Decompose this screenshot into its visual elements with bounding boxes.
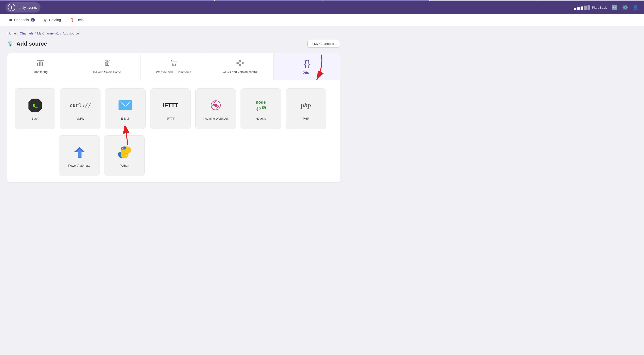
translate-icon[interactable]: 🔤 (612, 5, 618, 10)
channels-badge: 3 (30, 18, 35, 22)
breadcrumb-home[interactable]: Home (8, 32, 16, 35)
svg-rect-9 (106, 64, 108, 64)
email-label: E-Mail (121, 117, 130, 120)
progress-seg-2 (108, 0, 214, 1)
settings-icon[interactable]: ⚙️ (622, 5, 628, 10)
iot-icon (104, 60, 111, 68)
plan-bar-2 (577, 8, 580, 10)
python-label: Python (120, 164, 129, 167)
source-nodejs[interactable]: node .js JS Node.js (240, 88, 281, 129)
cicd-icon (236, 60, 244, 68)
sources-row2: Power Automate Python (14, 136, 333, 176)
progress-seg-5 (430, 0, 536, 1)
svg-rect-0 (37, 63, 38, 66)
source-php[interactable]: php PHP (286, 88, 326, 129)
category-cicd[interactable]: CI/CD and Version control (207, 53, 274, 80)
catalog-icon: ◎ (44, 18, 47, 22)
nav: ⇄ Channels 3 ◎ Catalog ❓ Help (0, 14, 644, 26)
source-curl[interactable]: curl:// cURL (60, 88, 100, 129)
header-right: Plan: Basic 🔤 ⚙️ 👤 (574, 5, 638, 10)
svg-point-14 (239, 64, 241, 66)
ecommerce-label: Website and E-Commerce (156, 70, 191, 74)
ifttt-label: IFTTT (166, 117, 174, 120)
svg-point-10 (172, 64, 174, 66)
add-source-icon: 📡 (8, 41, 14, 47)
plan-bars (574, 5, 590, 10)
progress-seg-3 (215, 0, 322, 1)
powerautomate-label: Power Automate (68, 164, 90, 167)
sources-grid: $_ Bash curl:// cURL (14, 86, 333, 131)
channels-label: Channels (14, 18, 29, 22)
progress-seg-1 (0, 0, 107, 1)
cicd-label: CI/CD and Version control (223, 70, 258, 74)
header: ! notify.events Plan: Basic 🔤 ⚙️ 👤 (0, 1, 644, 14)
monitoring-icon (37, 60, 44, 68)
page-title-wrapper: 📡 Add source (8, 40, 47, 47)
svg-point-12 (236, 62, 238, 64)
category-other[interactable]: { } Other (274, 53, 340, 80)
curl-icon: curl:// (72, 97, 89, 114)
source-email[interactable]: E-Mail (105, 88, 146, 129)
logo-text: notify.events (18, 6, 37, 10)
php-label: PHP (303, 117, 309, 120)
breadcrumb-sep-2: / (35, 32, 36, 35)
catalog-label: Catalog (49, 18, 61, 22)
other-icon: { } (304, 59, 309, 68)
svg-point-21 (122, 148, 124, 150)
email-icon (117, 97, 134, 114)
help-icon: ❓ (70, 18, 74, 22)
webhook-label: Incoming Webhook (203, 117, 228, 120)
help-label: Help (76, 18, 84, 22)
main-content: Home / Channels / My Channel #1 / Add so… (0, 26, 347, 195)
svg-rect-3 (42, 62, 43, 66)
breadcrumb-sep-1: / (17, 32, 18, 35)
breadcrumb-sep-3: / (60, 32, 61, 35)
plan-indicator: Plan: Basic (574, 5, 607, 10)
category-tabs: Monitoring IoT and Smart Home (8, 53, 340, 80)
nodejs-icon: node .js JS (252, 97, 269, 114)
user-icon[interactable]: 👤 (633, 5, 638, 10)
svg-rect-1 (39, 62, 40, 66)
source-webhook[interactable]: Incoming Webhook (196, 88, 236, 129)
source-bash[interactable]: $_ Bash (15, 88, 55, 129)
svg-rect-2 (40, 61, 42, 66)
other-label: Other (302, 71, 311, 74)
breadcrumb-channels[interactable]: Channels (20, 32, 33, 35)
nav-help[interactable]: ❓ Help (66, 16, 87, 24)
progress-seg-4 (322, 0, 429, 1)
category-monitoring[interactable]: Monitoring (8, 53, 74, 80)
source-powerautomate[interactable]: Power Automate (59, 136, 100, 176)
webhook-icon (208, 97, 224, 114)
channels-icon: ⇄ (9, 18, 12, 22)
ifttt-icon: IFTTT (162, 97, 179, 114)
svg-point-15 (242, 62, 244, 64)
breadcrumb-current: Add source (62, 32, 79, 35)
iot-label: IoT and Smart Home (93, 70, 121, 74)
svg-point-4 (37, 60, 38, 61)
svg-point-11 (175, 64, 176, 66)
php-icon: php (298, 97, 314, 114)
nav-channels[interactable]: ⇄ Channels 3 (6, 16, 39, 24)
plan-bar-3 (580, 6, 583, 10)
category-iot[interactable]: IoT and Smart Home (74, 53, 140, 80)
bash-icon: $_ (27, 97, 44, 114)
svg-point-7 (43, 60, 44, 61)
categories-container: Monitoring IoT and Smart Home (8, 53, 340, 182)
logo-icon: ! (8, 4, 15, 11)
curl-label: cURL (76, 117, 84, 120)
nodejs-label: Node.js (256, 117, 266, 120)
plan-bar-5 (588, 5, 590, 10)
svg-point-5 (39, 60, 40, 61)
category-ecommerce[interactable]: Website and E-Commerce (140, 53, 207, 80)
powerautomate-icon (71, 144, 88, 160)
ecommerce-icon (170, 60, 177, 68)
nav-catalog[interactable]: ◎ Catalog (40, 16, 65, 24)
source-ifttt[interactable]: IFTTT IFTTT (150, 88, 191, 129)
svg-point-6 (41, 60, 42, 61)
svg-point-22 (126, 155, 126, 156)
breadcrumb-channel[interactable]: My Channel #1 (37, 32, 59, 35)
back-button[interactable]: « My Channel #1 (308, 40, 340, 48)
logo[interactable]: ! notify.events (6, 2, 40, 12)
breadcrumb: Home / Channels / My Channel #1 / Add so… (8, 32, 340, 35)
sources-section: $_ Bash curl:// cURL (8, 80, 340, 182)
